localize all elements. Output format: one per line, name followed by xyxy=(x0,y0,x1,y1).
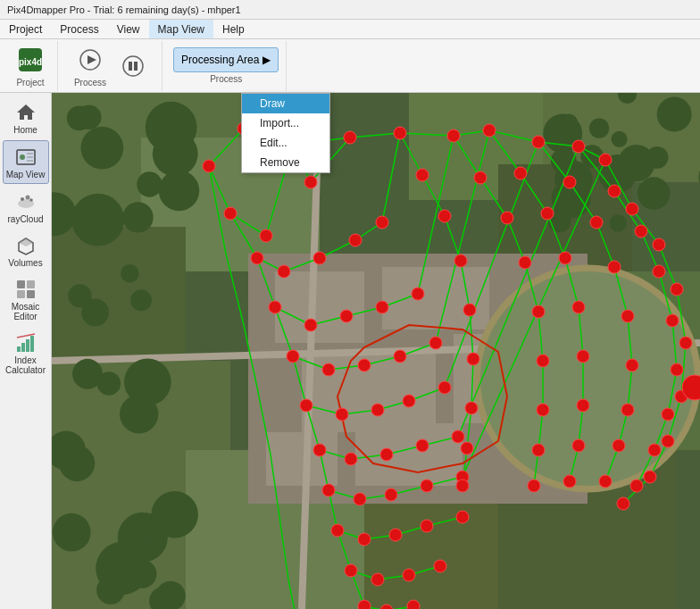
menu-view[interactable]: View xyxy=(108,20,149,38)
svg-point-201 xyxy=(653,238,665,251)
dropdown-menu: Draw Import... Edit... Remove xyxy=(241,93,330,173)
svg-point-235 xyxy=(532,305,545,318)
sidebar-item-raycloud[interactable]: rayCloud xyxy=(3,186,49,228)
home-icon xyxy=(13,100,38,125)
svg-line-129 xyxy=(480,178,507,218)
process-btn2[interactable] xyxy=(113,50,153,82)
svg-point-162 xyxy=(331,524,344,537)
svg-point-155 xyxy=(224,207,237,220)
svg-line-138 xyxy=(445,216,461,261)
svg-point-177 xyxy=(340,310,353,322)
svg-point-219 xyxy=(621,310,634,322)
menu-project[interactable]: Project xyxy=(0,20,51,38)
sidebar-item-mosaic[interactable]: Mosaic Editor xyxy=(3,273,49,325)
svg-point-209 xyxy=(635,225,647,238)
svg-line-99 xyxy=(677,289,686,343)
svg-point-194 xyxy=(412,288,424,300)
svg-point-192 xyxy=(421,520,433,532)
svg-point-210 xyxy=(653,265,665,278)
svg-point-178 xyxy=(358,359,371,371)
sidebar-item-index[interactable]: Index Calculator xyxy=(3,327,49,379)
svg-point-182 xyxy=(389,529,402,541)
menubar: Project Process View Map View Help xyxy=(0,20,700,39)
dropdown-import[interactable]: Import... xyxy=(242,113,329,133)
process-icon1 xyxy=(76,46,104,74)
svg-point-228 xyxy=(577,350,589,363)
svg-point-202 xyxy=(671,283,683,296)
menu-process[interactable]: Process xyxy=(51,20,107,38)
svg-point-193 xyxy=(434,560,446,572)
sidebar-item-mapview[interactable]: Map View xyxy=(3,140,49,184)
svg-point-186 xyxy=(376,216,388,229)
svg-line-137 xyxy=(422,175,445,216)
svg-line-31 xyxy=(400,133,454,136)
processing-area-button[interactable]: Processing Area ▶ xyxy=(173,47,279,72)
dropdown-draw[interactable]: Draw xyxy=(242,94,329,113)
svg-point-207 xyxy=(617,497,629,510)
svg-point-247 xyxy=(456,480,469,492)
svg-point-226 xyxy=(559,252,571,264)
project-button[interactable]: pix4d xyxy=(11,44,50,76)
svg-point-170 xyxy=(345,453,357,465)
svg-line-130 xyxy=(507,218,525,263)
svg-point-166 xyxy=(278,265,290,278)
processing-area-arrow: ▶ xyxy=(262,54,271,66)
mosaic-label: Mosaic Editor xyxy=(12,302,40,321)
toolbar: pix4d Project Process xyxy=(0,39,700,93)
volumes-label: Volumes xyxy=(8,258,42,268)
index-label: Index Calculator xyxy=(5,355,46,375)
svg-point-190 xyxy=(416,439,429,452)
toolbar-project-group: pix4d Project xyxy=(4,41,58,91)
svg-line-91 xyxy=(244,325,257,388)
svg-line-92 xyxy=(257,388,271,455)
svg-rect-22 xyxy=(17,346,21,352)
svg-point-181 xyxy=(385,488,397,501)
svg-line-114 xyxy=(596,222,614,267)
svg-point-223 xyxy=(599,475,612,488)
svg-point-15 xyxy=(29,198,33,202)
svg-point-213 xyxy=(662,408,674,421)
svg-point-167 xyxy=(304,319,317,331)
svg-rect-6 xyxy=(134,62,138,71)
map-overlay xyxy=(52,93,700,609)
svg-line-107 xyxy=(659,271,672,321)
svg-rect-24 xyxy=(26,339,29,352)
raycloud-label: rayCloud xyxy=(7,214,43,224)
svg-point-161 xyxy=(322,484,335,496)
svg-line-136 xyxy=(400,133,422,175)
svg-point-240 xyxy=(416,169,429,181)
svg-line-124 xyxy=(579,307,583,356)
svg-point-154 xyxy=(203,160,215,172)
svg-line-139 xyxy=(461,261,470,310)
sidebar: Home Map View xyxy=(0,93,52,609)
sidebar-item-volumes[interactable]: Volumes xyxy=(3,229,49,271)
map-area[interactable] xyxy=(52,93,700,609)
svg-point-222 xyxy=(612,439,625,452)
svg-line-128 xyxy=(454,136,480,178)
svg-marker-3 xyxy=(88,55,96,64)
menu-help[interactable]: Help xyxy=(213,20,254,38)
process-btn1[interactable] xyxy=(71,44,110,76)
svg-point-14 xyxy=(25,196,29,200)
svg-point-206 xyxy=(644,471,656,483)
svg-point-242 xyxy=(454,254,467,267)
svg-point-156 xyxy=(251,252,263,264)
svg-point-218 xyxy=(608,261,621,273)
dropdown-edit[interactable]: Edit... xyxy=(242,133,329,153)
svg-point-208 xyxy=(608,185,621,197)
pix4d-logo-icon: pix4d xyxy=(16,46,45,74)
menu-mapview[interactable]: Map View xyxy=(149,20,213,38)
svg-point-236 xyxy=(537,355,549,367)
svg-line-41 xyxy=(230,213,257,258)
svg-point-237 xyxy=(537,404,549,416)
svg-line-94 xyxy=(279,517,288,580)
dropdown-remove[interactable]: Remove xyxy=(242,153,329,172)
svg-point-246 xyxy=(461,442,473,455)
svg-point-191 xyxy=(421,480,433,492)
svg-point-196 xyxy=(438,381,451,394)
svg-point-168 xyxy=(322,363,335,376)
project-group-label: Project xyxy=(16,78,44,88)
sidebar-item-home[interactable]: Home xyxy=(3,96,49,138)
svg-marker-17 xyxy=(19,238,33,246)
svg-point-203 xyxy=(679,337,692,349)
